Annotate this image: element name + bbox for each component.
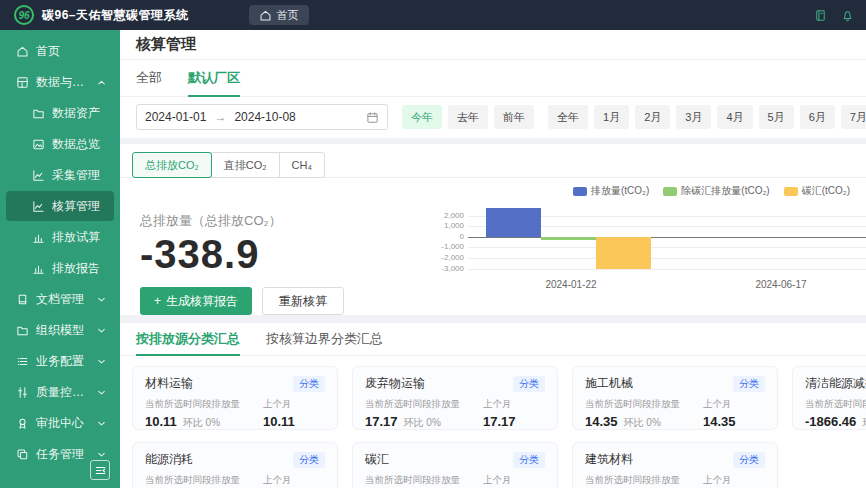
summary-card: 材料运输分类当前所选时间段排放量10.11环比 0%上个月10.11 [132,366,338,430]
scope-tab-1[interactable]: 默认厂区 [188,60,240,96]
sidebar-item-label: 采集管理 [52,167,100,184]
category-badge: 分类 [733,376,765,392]
generate-report-button[interactable]: + 生成核算报告 [140,287,252,315]
overview-icon [32,138,45,151]
sidebar-item-data-report[interactable]: 数据与报告 [6,67,114,97]
category-badge: 分类 [293,376,325,392]
sidebar-item-label: 排放报告 [52,260,100,277]
legend-item[interactable]: 除碳汇排放量(tCO₂) [663,184,769,198]
mom-change: 环比 0% [624,416,661,430]
app-title: 碳96–天佑智慧碳管理系统 [42,7,189,24]
sidebar-item-data-asset[interactable]: 数据资产 [6,98,114,128]
month-button[interactable]: 5月 [759,105,794,129]
home-icon [16,45,29,58]
calendar-icon[interactable] [366,111,379,124]
journal-icon[interactable] [814,9,827,22]
legend-item[interactable]: 碳汇(tCO₂) [784,184,850,198]
home-pill-button[interactable]: 首页 [249,5,309,25]
sidebar-item-data-overview[interactable]: 数据总览 [6,129,114,159]
sidebar-item-quality-plan[interactable]: 质量控制计划 [6,377,114,407]
sidebar-item-label: 组织模型 [36,322,84,339]
date-range-arrow: → [214,110,226,124]
chevron-down-icon [95,324,108,337]
gas-type-tabs: 总排放CO₂直排CO₂CH₄ [120,144,866,178]
linechart-icon [32,200,45,213]
month-button[interactable]: 4月 [717,105,752,129]
current-period-label: 当前所选时间段排放量 [805,397,866,410]
barchart-icon [32,231,45,244]
legend-marker [573,187,587,196]
month-button[interactable]: 2月 [635,105,670,129]
prev-month-label: 上个月 [263,397,293,410]
sidebar-item-org-model[interactable]: 组织模型 [6,315,114,345]
quick-range-button[interactable]: 今年 [402,105,442,129]
chart-gridline [468,269,866,270]
x-axis-label: 2024-06-17 [755,279,806,290]
prev-month-label: 上个月 [703,397,734,410]
sidebar-item-accounting-mgmt[interactable]: 核算管理 [6,191,114,221]
prev-month-value: 17.17 [483,414,516,429]
sidebar-collapse-button[interactable] [90,460,110,480]
current-period-value: -1866.46 [805,414,856,429]
chevron-down-icon [95,293,108,306]
sidebar-item-label: 审批中心 [36,415,84,432]
gas-tab-2[interactable]: CH₄ [279,152,325,178]
month-button[interactable]: 7月 [841,105,866,129]
bell-icon[interactable] [841,9,854,22]
breakdown-tab-1[interactable]: 按核算边界分类汇总 [266,323,383,355]
chevron-down-icon [95,417,108,430]
quick-range-button[interactable]: 去年 [448,105,488,129]
gas-tab-0[interactable]: 总排放CO₂ [132,152,212,178]
month-button[interactable]: 1月 [594,105,629,129]
summary-card: 碳汇分类当前所选时间段排放量-1144.61环比 0%上个月-1144.61 [352,442,558,488]
chart-bar[interactable] [596,237,651,269]
chevron-down-icon [95,448,108,461]
sidebar-item-biz-config[interactable]: 业务配置 [6,346,114,376]
barchart-icon [32,262,45,275]
emission-bar-chart[interactable]: 2,0001,0000-1,000-2,000-3,0002024-01-222… [430,204,866,300]
sidebar-item-doc-mgmt[interactable]: 文档管理 [6,284,114,314]
legend-item[interactable]: 排放量(tCO₂) [573,184,649,198]
y-axis-tick: 0 [430,232,464,241]
recalculate-button[interactable]: 重新核算 [262,287,344,315]
summary-card: 清洁能源减排分类当前所选时间段排放量-1866.46环比上个月 [792,366,866,430]
month-button[interactable]: 6月 [800,105,835,129]
sidebar-item-emission-trial[interactable]: 排放试算 [6,222,114,252]
document-icon [16,293,29,306]
quick-range-button[interactable]: 前年 [494,105,534,129]
y-axis-tick: -3,000 [430,264,464,273]
month-button[interactable]: 全年 [548,105,588,129]
prev-month-label: 上个月 [483,397,514,410]
sidebar-item-emission-report[interactable]: 排放报告 [6,253,114,283]
sidebar-item-label: 排放试算 [52,229,100,246]
legend-marker [663,187,677,196]
sidebar-item-label: 质量控制计划 [36,384,88,401]
date-filter-row: 2024-01-01 → 2024-10-08 今年去年前年 全年1月2月3月4… [120,97,866,138]
tasks-icon [16,448,29,461]
sidebar-item-label: 数据资产 [52,105,100,122]
current-period-label: 当前所选时间段排放量 [585,473,697,486]
category-badge: 分类 [733,452,765,468]
chevron-down-icon [95,355,108,368]
current-period-label: 当前所选时间段排放量 [365,397,477,410]
date-range-input[interactable]: 2024-01-01 → 2024-10-08 [136,104,388,130]
sidebar-item-collect-mgmt[interactable]: 采集管理 [6,160,114,190]
chevron-up-icon [95,76,108,89]
date-start-value: 2024-01-01 [145,110,206,124]
prev-month-label: 上个月 [483,473,531,486]
scope-tab-0[interactable]: 全部 [136,60,162,96]
chart-bar[interactable] [541,237,596,241]
sidebar-item-label: 任务管理 [36,446,84,463]
gas-tab-1[interactable]: 直排CO₂ [211,152,280,178]
sidebar-item-approval-center[interactable]: 审批中心 [6,408,114,438]
summary-card: 能源消耗分类当前所选时间段排放量2104.32环比 0%上个月2104.32 [132,442,338,488]
chart-bar[interactable] [486,208,541,236]
total-emission-label: 总排放量（总排放CO₂） [140,212,430,230]
y-axis-tick: -1,000 [430,242,464,251]
sidebar-item-label: 业务配置 [36,353,84,370]
sidebar-item-home[interactable]: 首页 [6,36,114,66]
category-badge: 分类 [513,376,545,392]
breakdown-tab-0[interactable]: 按排放源分类汇总 [136,323,240,355]
month-button[interactable]: 3月 [676,105,711,129]
breakdown-cards: 材料运输分类当前所选时间段排放量10.11环比 0%上个月10.11废弃物运输分… [120,356,866,488]
